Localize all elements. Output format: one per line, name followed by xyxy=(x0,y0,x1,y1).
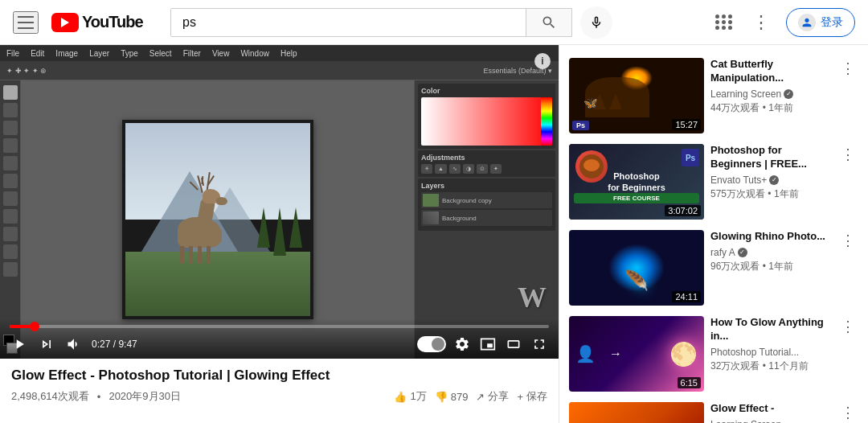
ps-tool-lasso xyxy=(3,121,18,135)
ps-adj-curves: ∿ xyxy=(449,164,461,174)
likes: 👍 1万 xyxy=(394,389,426,404)
menu-button[interactable] xyxy=(13,11,39,34)
arrow: → xyxy=(609,347,622,361)
video-controls: 0:27 / 9:47 xyxy=(0,318,559,359)
current-time: 0:27 xyxy=(92,339,110,350)
video-section: File Edit Image Layer Type Select Filter… xyxy=(0,45,559,423)
ps-menu-type: Type xyxy=(121,49,138,58)
microphone-button[interactable] xyxy=(580,6,612,39)
ps-menu-edit: Edit xyxy=(31,49,44,58)
fullscreen-button[interactable] xyxy=(530,335,549,354)
sidebar-channel-5: Learning Screen xyxy=(710,419,831,423)
sidebar-title-4: How To Glow Anything in... xyxy=(710,316,831,343)
play-button[interactable] xyxy=(10,335,29,354)
rhino-glow: 🪶 xyxy=(608,244,665,292)
sidebar-title-2: Photoshop for Beginners | FREE... xyxy=(710,144,831,171)
verified-icon-3: ✓ xyxy=(738,248,747,257)
apps-button[interactable] xyxy=(712,11,736,33)
ps-badge-small: Ps xyxy=(682,149,699,166)
glow-effect-content: 🔥 xyxy=(569,402,704,423)
tree-3 xyxy=(289,207,302,248)
search-input[interactable] xyxy=(171,9,526,36)
youtube-logo[interactable]: YouTube xyxy=(51,13,143,32)
total-time: 9:47 xyxy=(118,339,137,350)
search-input-wrap xyxy=(170,8,572,37)
ps-color-picker xyxy=(421,97,552,146)
settings-button[interactable] xyxy=(452,335,472,354)
sidebar-dots-4[interactable]: ⋮ xyxy=(837,316,858,337)
progress-bar[interactable] xyxy=(10,325,549,328)
controls-right xyxy=(417,335,549,354)
sidebar-dots-2[interactable]: ⋮ xyxy=(837,144,858,165)
ps-adj-levels: ▲ xyxy=(435,164,447,174)
face-detail xyxy=(583,159,600,171)
sidebar-item-2[interactable]: Photoshop for Beginners Ps FREE COURSE 3… xyxy=(559,139,868,225)
ps-menu-help: Help xyxy=(280,49,297,58)
volume-button[interactable] xyxy=(64,335,84,354)
ps-menu-view: View xyxy=(212,49,230,58)
sidebar-item-1[interactable]: 🦋 Ps 15:27 Cat Butterfly Manipulation...… xyxy=(559,53,868,139)
upload-date-value: 2020年9月30日 xyxy=(108,389,181,404)
sign-in-label: 登录 xyxy=(821,15,843,30)
sidebar-title-3: Glowing Rhino Photo... xyxy=(710,230,831,244)
more-options-button[interactable]: ⋮ xyxy=(749,9,773,36)
dislikes: 👎 879 xyxy=(435,391,469,403)
sign-in-button[interactable]: 登录 xyxy=(786,8,855,37)
ps-tool-eraser xyxy=(3,191,18,206)
sidebar-dots-3[interactable]: ⋮ xyxy=(837,230,858,251)
ps-adj-vibrance: ✦ xyxy=(490,164,502,174)
ps-menu-window: Window xyxy=(240,49,269,58)
ps-menu-file: File xyxy=(6,49,19,58)
sidebar-item-5[interactable]: 🔥 Glow Effect - Learning Screen ⋮ xyxy=(559,397,868,423)
main-content: File Edit Image Layer Type Select Filter… xyxy=(0,45,868,423)
save-button[interactable]: + 保存 xyxy=(517,389,547,404)
miniplayer-button[interactable] xyxy=(478,335,497,354)
ps-tool-move xyxy=(3,85,18,100)
ps-color-panel-title: Color xyxy=(421,87,552,95)
sidebar-duration-3: 24:11 xyxy=(672,291,701,302)
ps-layer-thumb-2 xyxy=(423,212,439,224)
sidebar-duration-1: 15:27 xyxy=(672,119,701,130)
ps-tool-path xyxy=(3,244,18,259)
search-icon xyxy=(541,14,557,31)
youtube-icon xyxy=(51,13,79,32)
ps-adj-exposure: ◑ xyxy=(463,164,474,174)
butterfly: 🦋 xyxy=(583,97,597,109)
ps-tools-panel xyxy=(0,80,21,359)
sidebar-meta-1: 44万次观看 • 1年前 xyxy=(710,101,831,115)
sidebar-info-1: Cat Butterfly Manipulation... Learning S… xyxy=(710,58,831,133)
share-button[interactable]: ↗ 分享 xyxy=(476,389,509,404)
next-button[interactable] xyxy=(37,335,56,354)
progress-bar-fill xyxy=(10,325,35,328)
ps-adjustments-title: Adjustments xyxy=(421,154,552,162)
deer-leg-4 xyxy=(207,246,211,264)
video-info: Glow Effect - Photoshop Tutorial | Glowi… xyxy=(0,359,559,423)
ps-layer-name-1: Background copy xyxy=(442,197,492,204)
sidebar-item-3[interactable]: 🪶 24:11 Glowing Rhino Photo... rafy A ✓ … xyxy=(559,225,868,311)
video-info-button[interactable]: i xyxy=(534,53,551,69)
video-player[interactable]: File Edit Image Layer Type Select Filter… xyxy=(0,45,559,359)
ps-canvas-frame xyxy=(122,120,313,319)
ps-layer-1: Background copy xyxy=(421,192,552,208)
theater-button[interactable] xyxy=(504,335,523,354)
deer-legs xyxy=(180,246,211,264)
ps-tool-crop xyxy=(3,138,18,153)
autoplay-toggle[interactable] xyxy=(417,336,446,352)
sidebar-dots-1[interactable]: ⋮ xyxy=(837,58,858,79)
action-buttons: 👍 1万 👎 879 ↗ 分享 + 保存 xyxy=(394,389,547,404)
sidebar-meta-3: 96万次观看 • 1年前 xyxy=(710,260,831,273)
sidebar-dots-5[interactable]: ⋮ xyxy=(837,402,858,423)
free-course-badge: FREE COURSE xyxy=(574,193,699,203)
header: YouTube ⋮ 登录 xyxy=(0,0,868,45)
sidebar-item-4[interactable]: 🌕 👤 → 6:15 How To Glow Anything in... Ph… xyxy=(559,311,868,397)
deer-leg-2 xyxy=(189,246,193,264)
ps-tool-option: ✦ ✚ ✦ ✦ ⊕ xyxy=(6,67,47,75)
sidebar-duration-2: 3:07:02 xyxy=(665,205,701,216)
progress-handle[interactable] xyxy=(30,322,39,331)
sidebar-info-3: Glowing Rhino Photo... rafy A ✓ 96万次观看 •… xyxy=(710,230,831,306)
ps-toolbar-top: ✦ ✚ ✦ ✦ ⊕ Essentials (Default) ▾ xyxy=(0,61,559,80)
ps-menu-layer: Layer xyxy=(89,49,109,58)
search-button[interactable] xyxy=(526,9,571,36)
ps-menu-image: Image xyxy=(55,49,78,58)
ps-layer-2: Background xyxy=(421,210,552,226)
